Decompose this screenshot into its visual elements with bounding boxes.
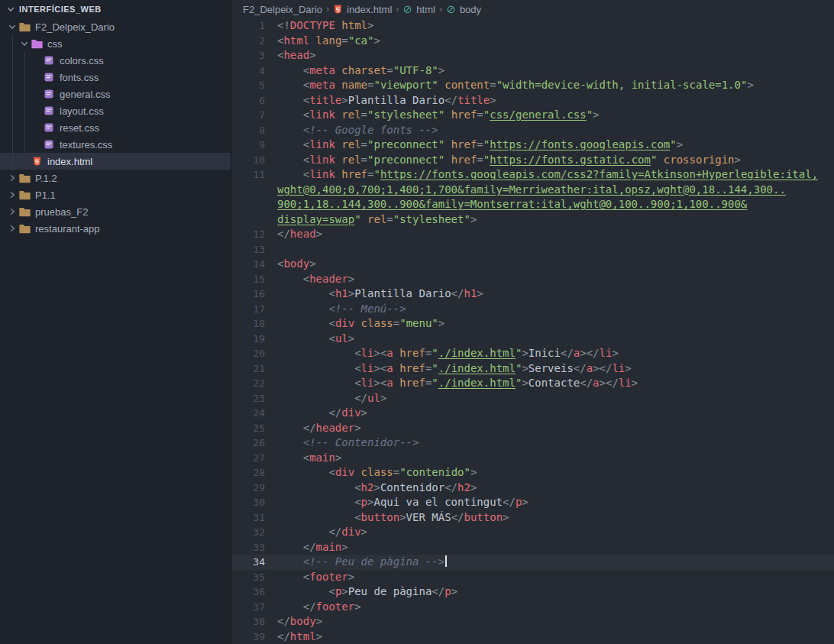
code-line-content[interactable]: </footer> [277,600,361,615]
code-line[interactable]: 23 </ul> [231,391,834,406]
code-line-content[interactable]: 900;1,18..144,300..900&family=Montserrat… [277,197,747,212]
line-number[interactable]: 32 [231,525,265,540]
line-number[interactable]: 4 [231,63,265,79]
line-number[interactable]: 3 [231,48,265,63]
code-line[interactable]: 10 <link rel="preconnect" href="https://… [231,153,834,168]
code-line[interactable]: 31 <button>VER MÁS</button> [231,510,834,526]
code-line-content[interactable]: <!-- Google fonts --> [277,123,438,138]
line-number[interactable]: 37 [231,600,265,615]
code-line-content[interactable]: </ul> [277,391,386,406]
code-line[interactable]: 6 <title>Plantilla Dario</title> [231,93,834,108]
code-line-content[interactable]: <footer> [277,570,354,585]
code-line[interactable]: 17 <!-- Menú--> [231,302,834,317]
line-number[interactable]: 15 [231,272,265,287]
code-line-content[interactable]: <!-- Menú--> [277,302,406,317]
line-number[interactable]: 14 [231,257,265,272]
line-number[interactable]: 6 [231,93,265,108]
code-line[interactable]: 27 <main> [231,451,834,466]
code-line-content[interactable]: <div class="menu"> [277,316,444,332]
code-line[interactable]: 13 [231,242,834,257]
code-line-content[interactable]: </main> [277,540,348,555]
code-line[interactable]: 30 <p>Aqui va el contingut</p> [231,495,834,510]
code-line[interactable]: 11 <link href="https://fonts.googleapis.… [231,167,834,183]
line-number[interactable]: 34 [231,555,265,570]
code-line-content[interactable]: <li><a href="./index.html">Inici</a></li… [277,346,619,361]
code-line-content[interactable]: <body> [277,257,316,272]
code-line-content[interactable]: <li><a href="./index.html">Contacte</a><… [277,376,638,391]
code-line[interactable]: 2<html lang="ca"> [231,34,834,49]
tree-item-fonts-css[interactable]: fonts.css [0,69,231,86]
line-number[interactable]: 11 [231,167,265,183]
code-line-content[interactable]: display=swap" rel="stylesheet"> [277,212,477,228]
code-line-content[interactable]: <button>VER MÁS</button> [277,510,509,526]
code-line-content[interactable]: <h2>Contenidor</h2> [277,481,477,496]
code-line-content[interactable]: <div class="contenido"> [277,465,477,481]
line-number[interactable]: 9 [231,138,265,153]
code-line[interactable]: 1<!DOCTYPE html> [231,18,834,34]
code-line[interactable]: 28 <div class="contenido"> [231,465,834,481]
tree-item-layout-css[interactable]: layout.css [0,102,231,119]
breadcrumb-item-f2-delpeix-dario[interactable]: F2_Delpeix_Dario [243,4,322,15]
tree-item-f2-delpeix-dario[interactable]: F2_Delpeix_Dario [0,18,231,35]
code-line-content[interactable]: </html> [277,629,322,644]
code-line-content[interactable]: <meta name="viewport" content="width=dev… [277,78,754,93]
code-line[interactable]: 4 <meta charset="UTF-8"> [231,63,834,79]
code-line[interactable]: 5 <meta name="viewport" content="width=d… [231,78,834,93]
code-area[interactable]: 1<!DOCTYPE html>2<html lang="ca">3<head>… [231,18,834,644]
line-number[interactable]: 13 [231,242,265,257]
line-number[interactable]: 23 [231,391,265,406]
code-line[interactable]: 9 <link rel="preconnect" href="https://f… [231,138,834,153]
line-number[interactable]: 28 [231,465,265,481]
line-number[interactable]: 21 [231,361,265,377]
line-number[interactable]: 20 [231,346,265,361]
line-number[interactable]: 18 [231,316,265,332]
line-number[interactable]: 36 [231,584,265,600]
tree-item-pruebas-f2[interactable]: pruebas_F2 [0,203,231,220]
tree-item-general-css[interactable]: general.css [0,86,231,102]
line-number[interactable]: 22 [231,376,265,391]
code-line[interactable]: 14<body> [231,257,834,272]
line-number[interactable]: 30 [231,495,265,510]
line-number[interactable]: 33 [231,540,265,555]
code-line[interactable]: 18 <div class="menu"> [231,316,834,332]
code-line[interactable]: 3<head> [231,48,834,63]
line-number[interactable]: 8 [231,123,265,138]
line-number[interactable] [231,197,265,212]
line-number[interactable] [231,183,265,198]
code-line-content[interactable]: <link rel="preconnect" href="https://fon… [277,153,741,168]
code-line-content[interactable]: <link rel="stylesheet" href="css/general… [277,108,600,123]
line-number[interactable]: 29 [231,481,265,496]
tree-item-index-html[interactable]: index.html [0,153,231,170]
line-number[interactable]: 12 [231,227,265,242]
code-line[interactable]: 39</html> [231,629,834,644]
explorer-section-header[interactable]: INTERFÍCIES_WEB [0,0,231,18]
code-line[interactable]: 22 <li><a href="./index.html">Contacte</… [231,376,834,391]
code-line-content[interactable]: <head> [277,48,316,63]
code-line[interactable]: 24 </div> [231,406,834,421]
code-line-content[interactable]: <link href="https://fonts.googleapis.com… [277,167,818,183]
line-number[interactable]: 17 [231,302,265,317]
line-number[interactable]: 38 [231,614,265,629]
code-line[interactable]: 8 <!-- Google fonts --> [231,123,834,138]
code-line-content[interactable]: <main> [277,451,341,466]
line-number[interactable]: 39 [231,629,265,644]
code-line-content[interactable]: wght@0,400;0,700;1,400;1,700&family=Merr… [277,183,786,198]
tree-item-colors-css[interactable]: colors.css [0,52,231,69]
code-line-content[interactable]: </div> [277,406,367,421]
code-line-content[interactable]: </head> [277,227,322,242]
line-number[interactable]: 2 [231,34,265,49]
tree-item-css[interactable]: css [0,35,231,52]
breadcrumb-item-index-html[interactable]: index.html [333,4,392,15]
code-line[interactable]: 32 </div> [231,525,834,540]
line-number[interactable]: 31 [231,510,265,526]
code-line[interactable]: 26 <!-- Contenidor--> [231,435,834,451]
line-number[interactable]: 16 [231,286,265,302]
line-number[interactable]: 5 [231,78,265,93]
tree-item-reset-css[interactable]: reset.css [0,119,231,136]
line-number[interactable]: 1 [231,18,265,34]
code-line[interactable]: 36 <p>Peu de pàgina</p> [231,584,834,600]
code-line[interactable]: 900;1,18..144,300..900&family=Montserrat… [231,197,834,212]
code-line[interactable]: 19 <ul> [231,332,834,347]
code-line[interactable]: 35 <footer> [231,570,834,585]
code-line-content[interactable]: <!-- Contenidor--> [277,435,419,451]
